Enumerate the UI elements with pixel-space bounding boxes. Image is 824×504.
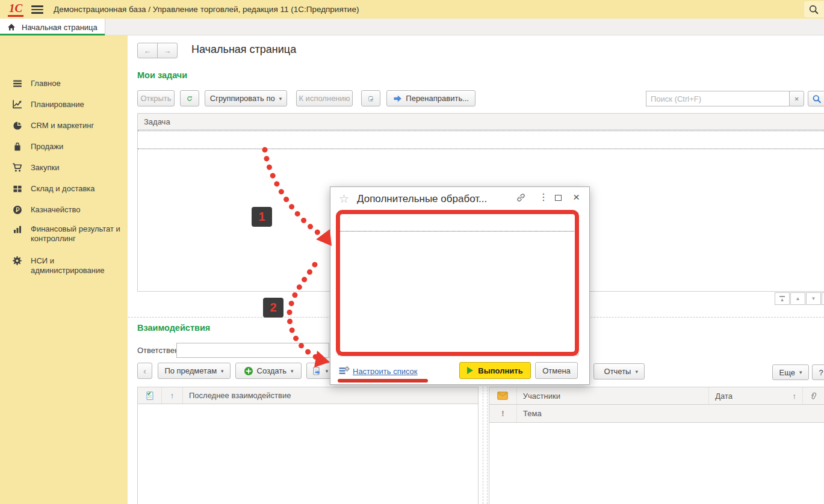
cancel-button[interactable]: Отмена bbox=[535, 362, 578, 379]
create-label: Создать bbox=[257, 366, 287, 375]
main-menu-button[interactable] bbox=[31, 5, 43, 14]
responsible-input[interactable] bbox=[176, 343, 329, 358]
app-window: 1С Демонстрационная база / Управление то… bbox=[0, 0, 824, 504]
mail-table-body[interactable] bbox=[489, 423, 824, 504]
more-label: Еще bbox=[779, 368, 795, 377]
tab-strip: Начальная страница bbox=[0, 19, 824, 35]
open-task-label: Открыть bbox=[140, 94, 171, 103]
favorite-star-icon[interactable]: ☆ bbox=[339, 192, 349, 206]
sidebar-item-label: Финансовый результат и контроллинг bbox=[31, 224, 125, 244]
annotation-underline bbox=[338, 379, 428, 383]
help-button[interactable]: ? bbox=[812, 364, 824, 380]
planning-icon bbox=[12, 99, 22, 109]
column-attachment[interactable] bbox=[803, 387, 824, 404]
column-mail[interactable] bbox=[489, 387, 517, 404]
column-sort[interactable]: ↑ bbox=[162, 387, 183, 404]
column-subject[interactable]: Тема bbox=[517, 405, 824, 422]
by-subjects-dropdown[interactable]: По предметам bbox=[158, 363, 231, 379]
column-type[interactable] bbox=[138, 387, 162, 404]
configure-list-link[interactable]: Настроить список bbox=[353, 367, 418, 376]
tab-home-page[interactable]: Начальная страница bbox=[0, 19, 105, 35]
processing-list[interactable] bbox=[338, 212, 578, 355]
1c-logo: 1С bbox=[8, 2, 23, 17]
open-task-button[interactable]: Открыть bbox=[137, 90, 175, 106]
sidebar-item-finance[interactable]: Финансовый результат и контроллинг bbox=[0, 224, 128, 244]
sidebar-item-label: НСИ и администрирование bbox=[31, 256, 125, 275]
vertical-splitter[interactable] bbox=[483, 387, 488, 504]
tasks-table-header: Задача bbox=[137, 113, 824, 130]
sidebar-item-planning[interactable]: Планирование bbox=[0, 99, 128, 109]
tasks-search-input[interactable] bbox=[646, 91, 790, 106]
sidebar-item-crm[interactable]: CRM и маркетинг bbox=[0, 120, 128, 131]
tab-label: Начальная страница bbox=[22, 23, 98, 32]
column-date[interactable]: Дата ↑ bbox=[709, 387, 803, 404]
sidebar-item-nsi-admin[interactable]: НСИ и администрирование bbox=[0, 256, 128, 275]
sort-asc-icon: ↑ bbox=[170, 391, 175, 400]
sidebar-item-label: Склад и доставка bbox=[31, 183, 125, 194]
column-date-label: Дата bbox=[715, 392, 733, 401]
sidebar-item-label: CRM и маркетинг bbox=[31, 120, 125, 131]
interactions-table-body[interactable] bbox=[137, 404, 479, 504]
redirect-button[interactable]: Перенаправить... bbox=[386, 90, 476, 106]
sidebar-item-sales[interactable]: Продажи bbox=[0, 141, 128, 152]
nav-back-button[interactable]: ← bbox=[137, 43, 158, 58]
sidebar-item-treasury[interactable]: Казначейство bbox=[0, 204, 128, 215]
clear-search-button[interactable]: × bbox=[789, 91, 804, 106]
maximize-icon[interactable] bbox=[555, 195, 562, 201]
create-dropdown[interactable]: Создать bbox=[235, 363, 302, 379]
accept-task-button[interactable] bbox=[361, 90, 380, 106]
sections-panel: Главное Планирование CRM и маркетинг Про… bbox=[0, 35, 128, 504]
interactions-section-title: Взаимодействия bbox=[137, 323, 210, 333]
title-bar: 1С Демонстрационная база / Управление то… bbox=[0, 0, 824, 19]
group-by-dropdown[interactable]: Сгруппировать по bbox=[205, 90, 287, 106]
search-icon bbox=[812, 94, 822, 104]
mail-table-header-row2: ! Тема bbox=[489, 405, 824, 423]
plus-circle-icon bbox=[244, 366, 253, 376]
column-participants-label: Участники bbox=[523, 392, 560, 401]
scroll-last-button[interactable]: ▼ bbox=[822, 292, 824, 305]
column-importance[interactable]: ! bbox=[489, 405, 517, 422]
copy-link-icon[interactable] bbox=[516, 192, 526, 204]
to-execution-button[interactable]: К исполнению bbox=[296, 90, 353, 106]
column-last-interaction[interactable]: Последнее взаимодействие bbox=[183, 387, 478, 404]
search-run-button[interactable] bbox=[808, 91, 824, 106]
column-task[interactable]: Задача bbox=[138, 114, 824, 129]
scroll-down-icon: ▼ bbox=[811, 297, 816, 301]
group-by-label: Сгруппировать по bbox=[210, 94, 275, 103]
reports-label: Отчеты bbox=[604, 367, 631, 376]
clear-icon: × bbox=[795, 94, 799, 103]
sales-icon bbox=[12, 141, 22, 152]
by-subjects-label: По предметам bbox=[164, 366, 217, 375]
clipboard-check-icon bbox=[368, 94, 374, 103]
arrow-left-icon: ← bbox=[144, 46, 152, 55]
column-subject-label: Тема bbox=[523, 409, 542, 418]
sidebar-item-warehouse[interactable]: Склад и доставка bbox=[0, 183, 128, 194]
reports-dropdown[interactable]: Отчеты bbox=[593, 363, 645, 380]
scroll-first-button[interactable]: ▲ bbox=[775, 292, 790, 305]
finance-icon bbox=[12, 224, 22, 234]
sidebar-item-main[interactable]: Главное bbox=[0, 78, 128, 88]
sidebar-item-purchases[interactable]: Закупки bbox=[0, 162, 128, 173]
more-dropdown[interactable]: Еще bbox=[772, 364, 809, 380]
refresh-icon bbox=[187, 94, 193, 103]
importance-icon: ! bbox=[501, 409, 504, 418]
scroll-up-button[interactable]: ▲ bbox=[790, 292, 805, 305]
help-label: ? bbox=[819, 368, 823, 377]
redirect-label: Перенаправить... bbox=[406, 94, 469, 103]
close-icon[interactable]: × bbox=[573, 191, 580, 204]
kebab-menu-icon[interactable]: ⋮ bbox=[539, 191, 548, 203]
interaction-doc-icon bbox=[145, 391, 155, 401]
column-participants[interactable]: Участники bbox=[517, 387, 709, 404]
play-icon bbox=[467, 367, 473, 374]
empty-selected-row[interactable] bbox=[338, 213, 578, 232]
nav-forward-button[interactable]: → bbox=[157, 43, 178, 58]
scroll-down-button[interactable]: ▼ bbox=[806, 292, 821, 305]
run-button[interactable]: Выполнить bbox=[459, 362, 531, 379]
app-title: Демонстрационная база / Управление торго… bbox=[54, 5, 359, 14]
global-search-button[interactable] bbox=[804, 1, 824, 17]
scroll-up-icon: ▲ bbox=[796, 297, 801, 301]
additional-processing-dialog: ☆ Дополнительные обработ... ⋮ × Настроит… bbox=[330, 186, 590, 385]
empty-selected-row[interactable] bbox=[138, 131, 824, 149]
refresh-button[interactable] bbox=[180, 90, 199, 106]
prev-period-button[interactable]: ‹ bbox=[137, 363, 152, 379]
